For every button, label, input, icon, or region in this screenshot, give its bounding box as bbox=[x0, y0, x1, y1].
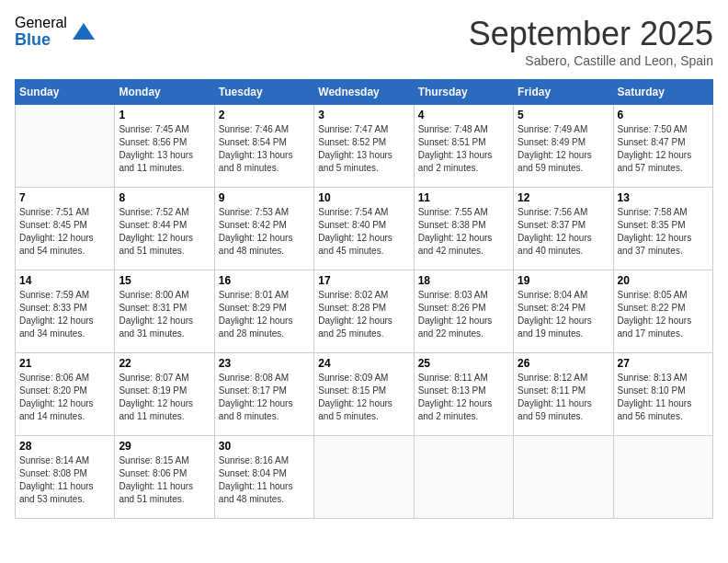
day-cell: 16Sunrise: 8:01 AM Sunset: 8:29 PM Dayli… bbox=[214, 270, 313, 353]
day-number: 19 bbox=[518, 274, 609, 287]
day-number: 14 bbox=[19, 274, 110, 287]
day-cell: 20Sunrise: 8:05 AM Sunset: 8:22 PM Dayli… bbox=[613, 270, 712, 353]
header-cell-monday: Monday bbox=[115, 80, 214, 105]
day-cell: 19Sunrise: 8:04 AM Sunset: 8:24 PM Dayli… bbox=[514, 270, 613, 353]
day-number: 1 bbox=[119, 109, 210, 121]
week-row-3: 21Sunrise: 8:06 AM Sunset: 8:20 PM Dayli… bbox=[16, 353, 713, 436]
logo: General Blue bbox=[15, 15, 97, 49]
day-number: 8 bbox=[119, 191, 210, 204]
day-number: 30 bbox=[219, 440, 310, 453]
calendar-table: SundayMondayTuesdayWednesdayThursdayFrid… bbox=[15, 79, 713, 519]
day-number: 28 bbox=[19, 440, 110, 453]
day-number: 11 bbox=[418, 191, 509, 204]
day-info: Sunrise: 7:55 AM Sunset: 8:38 PM Dayligh… bbox=[418, 206, 509, 258]
header-row: SundayMondayTuesdayWednesdayThursdayFrid… bbox=[16, 80, 713, 105]
day-info: Sunrise: 8:05 AM Sunset: 8:22 PM Dayligh… bbox=[618, 289, 709, 340]
header-cell-tuesday: Tuesday bbox=[214, 80, 313, 105]
title-block: September 2025 Sabero, Castille and Leon… bbox=[469, 15, 713, 68]
day-cell bbox=[16, 105, 115, 188]
day-info: Sunrise: 7:50 AM Sunset: 8:47 PM Dayligh… bbox=[618, 123, 709, 175]
day-info: Sunrise: 7:46 AM Sunset: 8:54 PM Dayligh… bbox=[219, 123, 310, 175]
day-info: Sunrise: 8:15 AM Sunset: 8:06 PM Dayligh… bbox=[119, 454, 210, 506]
day-cell: 28Sunrise: 8:14 AM Sunset: 8:08 PM Dayli… bbox=[16, 436, 115, 519]
week-row-4: 28Sunrise: 8:14 AM Sunset: 8:08 PM Dayli… bbox=[16, 436, 713, 519]
day-cell: 10Sunrise: 7:54 AM Sunset: 8:40 PM Dayli… bbox=[314, 188, 414, 270]
day-info: Sunrise: 8:14 AM Sunset: 8:08 PM Dayligh… bbox=[19, 454, 110, 506]
day-cell: 22Sunrise: 8:07 AM Sunset: 8:19 PM Dayli… bbox=[115, 353, 214, 436]
day-info: Sunrise: 7:59 AM Sunset: 8:33 PM Dayligh… bbox=[19, 289, 110, 340]
day-info: Sunrise: 8:02 AM Sunset: 8:28 PM Dayligh… bbox=[318, 289, 409, 340]
day-cell: 17Sunrise: 8:02 AM Sunset: 8:28 PM Dayli… bbox=[314, 270, 414, 353]
day-info: Sunrise: 8:08 AM Sunset: 8:17 PM Dayligh… bbox=[219, 372, 310, 423]
day-cell bbox=[613, 436, 712, 519]
day-cell: 26Sunrise: 8:12 AM Sunset: 8:11 PM Dayli… bbox=[514, 353, 613, 436]
day-cell: 11Sunrise: 7:55 AM Sunset: 8:38 PM Dayli… bbox=[414, 188, 513, 270]
day-info: Sunrise: 8:04 AM Sunset: 8:24 PM Dayligh… bbox=[518, 289, 609, 340]
day-cell: 14Sunrise: 7:59 AM Sunset: 8:33 PM Dayli… bbox=[16, 270, 115, 353]
day-cell: 21Sunrise: 8:06 AM Sunset: 8:20 PM Dayli… bbox=[16, 353, 115, 436]
day-cell: 18Sunrise: 8:03 AM Sunset: 8:26 PM Dayli… bbox=[414, 270, 513, 353]
day-cell: 15Sunrise: 8:00 AM Sunset: 8:31 PM Dayli… bbox=[115, 270, 214, 353]
day-number: 23 bbox=[219, 357, 310, 370]
svg-marker-0 bbox=[73, 23, 95, 40]
day-number: 6 bbox=[618, 109, 709, 121]
day-number: 21 bbox=[19, 357, 110, 370]
day-info: Sunrise: 7:58 AM Sunset: 8:35 PM Dayligh… bbox=[618, 206, 709, 258]
day-cell bbox=[314, 436, 414, 519]
day-number: 10 bbox=[318, 191, 409, 204]
day-info: Sunrise: 8:13 AM Sunset: 8:10 PM Dayligh… bbox=[618, 372, 709, 423]
header-cell-friday: Friday bbox=[514, 80, 613, 105]
logo-text: General Blue bbox=[15, 15, 67, 49]
day-info: Sunrise: 7:54 AM Sunset: 8:40 PM Dayligh… bbox=[318, 206, 409, 258]
day-cell: 5Sunrise: 7:49 AM Sunset: 8:49 PM Daylig… bbox=[514, 105, 613, 188]
day-info: Sunrise: 7:47 AM Sunset: 8:52 PM Dayligh… bbox=[318, 123, 409, 175]
day-info: Sunrise: 8:07 AM Sunset: 8:19 PM Dayligh… bbox=[119, 372, 210, 423]
location-subtitle: Sabero, Castille and Leon, Spain bbox=[469, 53, 713, 68]
day-cell: 29Sunrise: 8:15 AM Sunset: 8:06 PM Dayli… bbox=[115, 436, 214, 519]
day-cell: 6Sunrise: 7:50 AM Sunset: 8:47 PM Daylig… bbox=[613, 105, 712, 188]
day-number: 22 bbox=[119, 357, 210, 370]
day-number: 26 bbox=[518, 357, 609, 370]
day-info: Sunrise: 8:00 AM Sunset: 8:31 PM Dayligh… bbox=[119, 289, 210, 340]
day-cell: 13Sunrise: 7:58 AM Sunset: 8:35 PM Dayli… bbox=[613, 188, 712, 270]
day-cell: 23Sunrise: 8:08 AM Sunset: 8:17 PM Dayli… bbox=[214, 353, 313, 436]
day-number: 2 bbox=[219, 109, 310, 121]
day-number: 12 bbox=[518, 191, 609, 204]
day-info: Sunrise: 8:09 AM Sunset: 8:15 PM Dayligh… bbox=[318, 372, 409, 423]
day-info: Sunrise: 7:49 AM Sunset: 8:49 PM Dayligh… bbox=[518, 123, 609, 175]
day-info: Sunrise: 8:06 AM Sunset: 8:20 PM Dayligh… bbox=[19, 372, 110, 423]
day-cell bbox=[514, 436, 613, 519]
day-number: 20 bbox=[618, 274, 709, 287]
header-cell-saturday: Saturday bbox=[613, 80, 712, 105]
day-info: Sunrise: 8:01 AM Sunset: 8:29 PM Dayligh… bbox=[219, 289, 310, 340]
day-number: 25 bbox=[418, 357, 509, 370]
day-number: 16 bbox=[219, 274, 310, 287]
day-info: Sunrise: 7:53 AM Sunset: 8:42 PM Dayligh… bbox=[219, 206, 310, 258]
day-info: Sunrise: 8:16 AM Sunset: 8:04 PM Dayligh… bbox=[219, 454, 310, 506]
day-cell bbox=[414, 436, 513, 519]
day-cell: 1Sunrise: 7:45 AM Sunset: 8:56 PM Daylig… bbox=[115, 105, 214, 188]
month-title: September 2025 bbox=[469, 15, 713, 53]
day-number: 24 bbox=[318, 357, 409, 370]
day-info: Sunrise: 7:56 AM Sunset: 8:37 PM Dayligh… bbox=[518, 206, 609, 258]
header-cell-sunday: Sunday bbox=[16, 80, 115, 105]
calendar-body: 1Sunrise: 7:45 AM Sunset: 8:56 PM Daylig… bbox=[16, 105, 713, 519]
day-number: 9 bbox=[219, 191, 310, 204]
day-number: 15 bbox=[119, 274, 210, 287]
week-row-2: 14Sunrise: 7:59 AM Sunset: 8:33 PM Dayli… bbox=[16, 270, 713, 353]
day-number: 7 bbox=[19, 191, 110, 204]
day-info: Sunrise: 8:11 AM Sunset: 8:13 PM Dayligh… bbox=[418, 372, 509, 423]
logo-general: General bbox=[15, 15, 67, 31]
day-cell: 25Sunrise: 8:11 AM Sunset: 8:13 PM Dayli… bbox=[414, 353, 513, 436]
day-number: 5 bbox=[518, 109, 609, 121]
day-cell: 3Sunrise: 7:47 AM Sunset: 8:52 PM Daylig… bbox=[314, 105, 414, 188]
calendar-header: SundayMondayTuesdayWednesdayThursdayFrid… bbox=[16, 80, 713, 105]
day-number: 13 bbox=[618, 191, 709, 204]
day-cell: 30Sunrise: 8:16 AM Sunset: 8:04 PM Dayli… bbox=[214, 436, 313, 519]
day-info: Sunrise: 8:12 AM Sunset: 8:11 PM Dayligh… bbox=[518, 372, 609, 423]
page-header: General Blue September 2025 Sabero, Cast… bbox=[15, 15, 713, 68]
day-number: 29 bbox=[119, 440, 210, 453]
day-number: 17 bbox=[318, 274, 409, 287]
logo-icon bbox=[71, 19, 97, 45]
day-cell: 4Sunrise: 7:48 AM Sunset: 8:51 PM Daylig… bbox=[414, 105, 513, 188]
